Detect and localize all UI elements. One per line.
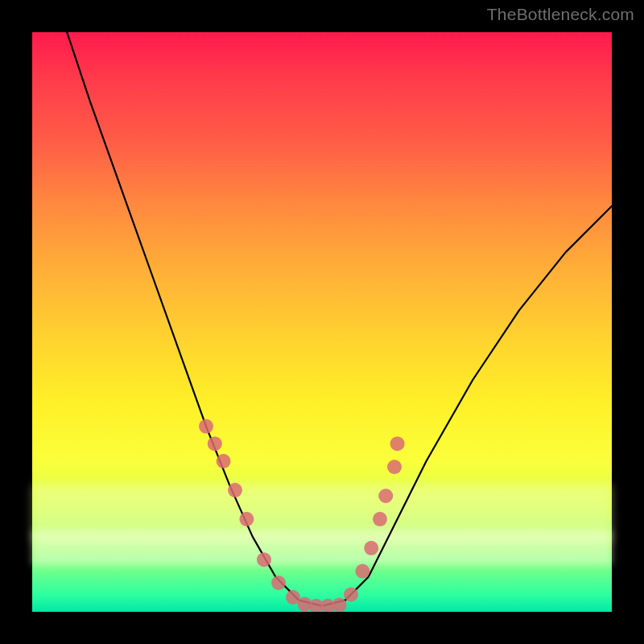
- marker-dot: [355, 564, 369, 579]
- watermark-text: TheBottleneck.com: [487, 5, 634, 24]
- marker-dot: [378, 489, 393, 503]
- marker-dot: [208, 436, 222, 451]
- chart-frame: TheBottleneck.com: [0, 0, 644, 644]
- marker-dot: [390, 436, 405, 451]
- marker-dot: [228, 483, 242, 497]
- marker-dot: [364, 541, 378, 555]
- chart-svg: [32, 32, 612, 612]
- plot-area: [32, 32, 612, 612]
- marker-dot: [373, 512, 387, 526]
- marker-dot: [217, 454, 231, 469]
- marker-dot: [199, 419, 213, 434]
- marker-dot: [271, 576, 286, 590]
- marker-dot: [257, 552, 271, 567]
- marker-dot: [344, 587, 358, 601]
- marker-dot: [387, 460, 402, 474]
- highlight-markers: [199, 419, 405, 612]
- marker-dot: [239, 512, 254, 526]
- curve-line: [67, 32, 612, 606]
- marker-dot: [332, 597, 347, 612]
